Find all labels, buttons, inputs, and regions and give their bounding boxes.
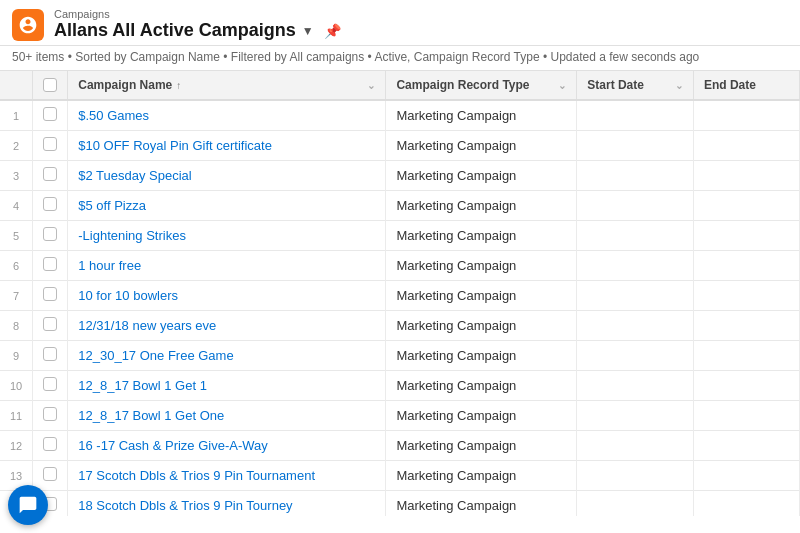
table-row: 61 hour freeMarketing Campaign (0, 251, 800, 281)
start-date-cell (577, 281, 694, 311)
row-checkbox-cell (33, 461, 68, 491)
row-checkbox[interactable] (43, 137, 57, 151)
campaign-name-link[interactable]: 12/31/18 new years eve (78, 318, 216, 333)
campaign-name-link[interactable]: 16 -17 Cash & Prize Give-A-Way (78, 438, 268, 453)
end-date-cell (693, 221, 799, 251)
table-body: 1$.50 GamesMarketing Campaign2$10 OFF Ro… (0, 100, 800, 516)
record-type-cell: Marketing Campaign (386, 491, 577, 517)
row-checkbox[interactable] (43, 227, 57, 241)
row-number: 7 (0, 281, 33, 311)
col-campaign-name[interactable]: Campaign Name ↑ ⌄ (68, 71, 386, 100)
col-start-date[interactable]: Start Date ⌄ (577, 71, 694, 100)
row-checkbox[interactable] (43, 317, 57, 331)
campaign-name-cell: 1 hour free (68, 251, 386, 281)
campaign-name-cell: 12_30_17 One Free Game (68, 341, 386, 371)
campaign-name-cell: $10 OFF Royal Pin Gift certificate (68, 131, 386, 161)
record-type-cell: Marketing Campaign (386, 401, 577, 431)
start-date-cell (577, 221, 694, 251)
campaign-name-link[interactable]: $5 off Pizza (78, 198, 146, 213)
start-date-cell (577, 311, 694, 341)
campaign-name-link[interactable]: 17 Scotch Dbls & Trios 9 Pin Tournament (78, 468, 315, 483)
campaign-name-cell: $.50 Games (68, 100, 386, 131)
row-checkbox[interactable] (43, 287, 57, 301)
pin-icon[interactable]: 📌 (324, 23, 341, 39)
table-row: 2$10 OFF Royal Pin Gift certificateMarke… (0, 131, 800, 161)
dropdown-icon[interactable]: ▼ (302, 24, 314, 38)
col-record-type-label: Campaign Record Type (396, 78, 529, 92)
record-type-cell: Marketing Campaign (386, 251, 577, 281)
col-record-type[interactable]: Campaign Record Type ⌄ (386, 71, 577, 100)
campaign-name-link[interactable]: $.50 Games (78, 108, 149, 123)
col-campaign-name-label: Campaign Name (78, 78, 172, 92)
row-checkbox[interactable] (43, 107, 57, 121)
breadcrumb: Campaigns (54, 8, 788, 20)
record-type-cell: Marketing Campaign (386, 341, 577, 371)
record-type-cell: Marketing Campaign (386, 191, 577, 221)
row-checkbox-cell (33, 311, 68, 341)
record-type-cell: Marketing Campaign (386, 131, 577, 161)
col-row-num (0, 71, 33, 100)
start-date-cell (577, 431, 694, 461)
campaign-name-chevron-icon[interactable]: ⌄ (367, 80, 375, 91)
col-end-date: End Date (693, 71, 799, 100)
campaign-name-link[interactable]: 10 for 10 bowlers (78, 288, 178, 303)
row-checkbox[interactable] (43, 197, 57, 211)
campaign-name-link[interactable]: -Lightening Strikes (78, 228, 186, 243)
table-row: 710 for 10 bowlersMarketing Campaign (0, 281, 800, 311)
table-row: 3$2 Tuesday SpecialMarketing Campaign (0, 161, 800, 191)
start-date-cell (577, 191, 694, 221)
start-date-cell (577, 401, 694, 431)
header-bar: Campaigns Allans All Active Campaigns ▼ … (0, 0, 800, 46)
row-checkbox[interactable] (43, 377, 57, 391)
campaign-name-link[interactable]: 18 Scotch Dbls & Trios 9 Pin Tourney (78, 498, 292, 513)
start-date-cell (577, 251, 694, 281)
row-checkbox-cell (33, 221, 68, 251)
table-row: 1112_8_17 Bowl 1 Get OneMarketing Campai… (0, 401, 800, 431)
start-date-chevron-icon[interactable]: ⌄ (675, 80, 683, 91)
table-row: 1$.50 GamesMarketing Campaign (0, 100, 800, 131)
table-container: Campaign Name ↑ ⌄ Campaign Record Type ⌄… (0, 71, 800, 516)
end-date-cell (693, 491, 799, 517)
col-checkbox[interactable] (33, 71, 68, 100)
campaign-name-cell: 12_8_17 Bowl 1 Get 1 (68, 371, 386, 401)
campaign-name-link[interactable]: $10 OFF Royal Pin Gift certificate (78, 138, 272, 153)
row-checkbox[interactable] (43, 167, 57, 181)
campaign-name-link[interactable]: 12_30_17 One Free Game (78, 348, 233, 363)
table-row: 5-Lightening StrikesMarketing Campaign (0, 221, 800, 251)
app-icon (12, 9, 44, 41)
campaign-name-cell: 16 -17 Cash & Prize Give-A-Way (68, 431, 386, 461)
row-number: 4 (0, 191, 33, 221)
table-row: 1418 Scotch Dbls & Trios 9 Pin TourneyMa… (0, 491, 800, 517)
record-type-cell: Marketing Campaign (386, 431, 577, 461)
row-checkbox-cell (33, 131, 68, 161)
col-end-date-label: End Date (704, 78, 756, 92)
row-number: 1 (0, 100, 33, 131)
row-checkbox[interactable] (43, 467, 57, 481)
row-checkbox-cell (33, 401, 68, 431)
record-type-chevron-icon[interactable]: ⌄ (558, 80, 566, 91)
campaign-name-cell: $2 Tuesday Special (68, 161, 386, 191)
campaign-name-link[interactable]: $2 Tuesday Special (78, 168, 191, 183)
end-date-cell (693, 100, 799, 131)
row-checkbox[interactable] (43, 437, 57, 451)
row-number: 11 (0, 401, 33, 431)
row-checkbox[interactable] (43, 347, 57, 361)
record-type-cell: Marketing Campaign (386, 461, 577, 491)
select-all-checkbox[interactable] (43, 78, 57, 92)
record-type-cell: Marketing Campaign (386, 311, 577, 341)
row-checkbox-cell (33, 100, 68, 131)
campaign-name-link[interactable]: 12_8_17 Bowl 1 Get 1 (78, 378, 207, 393)
record-type-cell: Marketing Campaign (386, 161, 577, 191)
end-date-cell (693, 461, 799, 491)
subtitle-bar: 50+ items • Sorted by Campaign Name • Fi… (0, 46, 800, 71)
campaign-name-cell: 17 Scotch Dbls & Trios 9 Pin Tournament (68, 461, 386, 491)
record-type-cell: Marketing Campaign (386, 221, 577, 251)
campaign-name-cell: -Lightening Strikes (68, 221, 386, 251)
campaign-name-link[interactable]: 12_8_17 Bowl 1 Get One (78, 408, 224, 423)
row-checkbox[interactable] (43, 257, 57, 271)
row-number: 12 (0, 431, 33, 461)
row-number: 2 (0, 131, 33, 161)
row-checkbox[interactable] (43, 407, 57, 421)
start-date-cell (577, 161, 694, 191)
campaign-name-link[interactable]: 1 hour free (78, 258, 141, 273)
